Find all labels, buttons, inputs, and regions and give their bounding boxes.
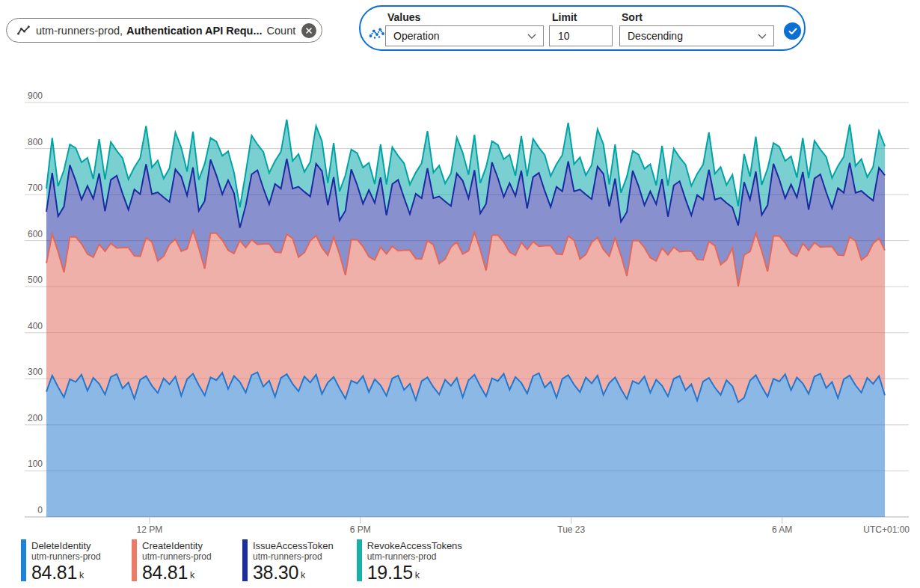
sort-label: Sort: [622, 11, 643, 23]
x-axis-label: 6 AM: [749, 524, 816, 535]
chevron-down-icon: [527, 34, 536, 39]
legend-total-value: 84.81: [142, 563, 188, 582]
values-dropdown[interactable]: Operation: [385, 25, 544, 46]
legend-resource-name: utm-runners-prod: [367, 551, 462, 562]
y-axis-label: 300: [0, 367, 43, 377]
legend-series-name: RevokeAccessTokens: [367, 540, 462, 551]
metrics-chart-panel: 0100200300400500600700800900 12 PM6 PMTu…: [0, 0, 920, 588]
legend-item-DeleteIdentity[interactable]: DeleteIdentityutm-runners-prod84.81k: [21, 539, 108, 582]
limit-input[interactable]: [549, 25, 613, 46]
y-axis-label: 900: [0, 91, 43, 101]
values-selected: Operation: [393, 30, 439, 42]
chevron-down-icon: [758, 34, 767, 39]
check-icon: [788, 28, 797, 35]
legend-item-IssueAccessToken[interactable]: IssueAccessTokenutm-runners-prod38.30k: [242, 539, 334, 582]
legend-color-bar: [242, 539, 248, 581]
legend-series-name: DeleteIdentity: [31, 540, 108, 551]
legend-total-value: 38.30: [253, 563, 298, 582]
legend-color-bar: [357, 539, 362, 581]
x-axis-label: Tue 23: [538, 524, 605, 535]
timezone-label: UTC+01:00: [863, 524, 910, 535]
legend-total-unit: k: [190, 570, 194, 581]
legend-series-name: CreateIdentity: [142, 540, 219, 551]
legend-total-unit: k: [415, 570, 420, 581]
limit-label: Limit: [552, 11, 577, 23]
legend-item-CreateIdentity[interactable]: CreateIdentityutm-runners-prod84.81k: [132, 539, 219, 582]
y-axis-label: 0: [0, 505, 43, 515]
legend-total-unit: k: [79, 570, 84, 581]
y-axis-label: 800: [0, 137, 43, 147]
legend-item-RevokeAccessTokens[interactable]: RevokeAccessTokensutm-runners-prod19.15k: [357, 539, 462, 582]
legend-total-unit: k: [301, 570, 305, 581]
x-axis-label: 6 PM: [327, 524, 394, 535]
sort-dropdown[interactable]: Descending: [619, 25, 774, 46]
legend-resource-name: utm-runners-prod: [142, 551, 219, 562]
legend-resource-name: utm-runners-prod: [31, 551, 108, 562]
legend-series-name: IssueAccessToken: [253, 540, 334, 551]
legend-total-value: 19.15: [367, 563, 413, 582]
metric-name: Authentication API Requ...: [126, 25, 263, 37]
remove-metric-button[interactable]: [301, 23, 316, 38]
split-icon: [369, 26, 385, 43]
split-by-control: Values Operation Limit Sort Descending: [359, 5, 806, 51]
values-label: Values: [387, 11, 420, 23]
y-axis-label: 400: [0, 321, 43, 331]
legend-color-bar: [132, 539, 137, 581]
chart-plot[interactable]: [0, 0, 920, 588]
chart-legend: DeleteIdentityutm-runners-prod84.81kCrea…: [21, 539, 462, 582]
metric-aggregation: Count: [267, 25, 296, 37]
y-axis-label: 700: [0, 183, 43, 193]
y-axis-label: 500: [0, 275, 43, 285]
x-axis-label: 12 PM: [116, 524, 183, 535]
y-axis-label: 200: [0, 413, 43, 423]
close-icon: [305, 27, 313, 34]
legend-resource-name: utm-runners-prod: [253, 551, 334, 562]
metric-pill[interactable]: utm-runners-prod, Authentication API Req…: [6, 18, 322, 43]
legend-color-bar: [21, 539, 26, 581]
legend-total-value: 84.81: [31, 563, 77, 582]
apply-split-button[interactable]: [784, 22, 801, 40]
metric-resource: utm-runners-prod,: [36, 25, 123, 37]
y-axis-label: 100: [0, 459, 43, 469]
line-chart-icon: [17, 25, 30, 35]
y-axis-label: 600: [0, 229, 43, 239]
sort-selected: Descending: [628, 30, 683, 42]
chart-plot-area[interactable]: [46, 84, 885, 517]
